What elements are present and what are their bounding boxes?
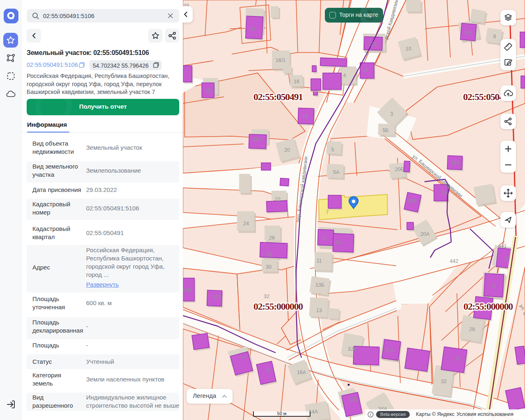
svg-text:30: 30 [454,356,460,362]
svg-text:24: 24 [491,283,496,289]
svg-text:5Б: 5Б [382,128,388,133]
svg-text:3: 3 [390,111,393,117]
svg-text:02:55:050491: 02:55:050491 [253,91,303,102]
svg-text:11: 11 [317,258,322,264]
svg-text:18А: 18А [451,160,460,166]
svg-text:1Б: 1Б [264,368,270,373]
svg-text:32Б: 32Б [183,287,191,293]
svg-text:9А: 9А [335,240,342,245]
svg-text:28: 28 [266,252,272,258]
svg-text:28: 28 [469,326,475,332]
svg-text:20А: 20А [420,231,430,237]
svg-text:1Д: 1Д [204,87,211,93]
svg-text:13: 13 [316,308,322,313]
svg-text:30: 30 [266,264,272,270]
svg-text:22: 22 [275,196,281,202]
svg-text:1А: 1А [240,354,247,360]
svg-text:4: 4 [343,73,346,78]
svg-text:18А: 18А [253,137,262,142]
svg-text:47: 47 [250,26,256,32]
svg-text:18: 18 [302,114,308,119]
svg-text:24: 24 [243,221,249,226]
svg-text:8А: 8А [465,30,471,35]
svg-text:32А: 32А [213,294,222,300]
svg-text:8: 8 [493,34,496,39]
svg-text:12: 12 [362,67,368,73]
svg-text:13Б: 13Б [315,282,324,288]
svg-text:02:55:000000: 02:55:000000 [463,301,513,312]
svg-text:442: 442 [450,258,459,264]
svg-text:7: 7 [326,209,329,215]
svg-text:16: 16 [294,79,299,84]
svg-text:32Б: 32Б [348,346,357,352]
svg-text:32: 32 [441,379,447,384]
svg-text:20Б: 20Б [395,167,404,172]
svg-text:16А: 16А [297,370,306,375]
svg-text:10: 10 [406,46,411,52]
svg-text:02:55:0504: 02:55:0504 [463,91,504,102]
svg-text:9: 9 [323,236,326,242]
svg-text:20: 20 [441,190,447,196]
svg-text:20В: 20В [408,198,417,204]
svg-text:12Б: 12Б [348,397,357,402]
svg-text:16/1: 16/1 [276,57,285,63]
svg-text:441: 441 [498,243,507,249]
svg-text:32А: 32А [385,347,395,353]
svg-text:5А: 5А [333,169,340,175]
svg-text:02:55:000000: 02:55:000000 [253,301,303,312]
svg-text:26: 26 [269,235,275,241]
svg-text:22: 22 [504,256,510,262]
svg-text:32: 32 [264,294,269,299]
svg-text:5: 5 [331,147,334,153]
svg-text:20: 20 [284,147,290,153]
svg-text:12А: 12А [368,41,377,47]
